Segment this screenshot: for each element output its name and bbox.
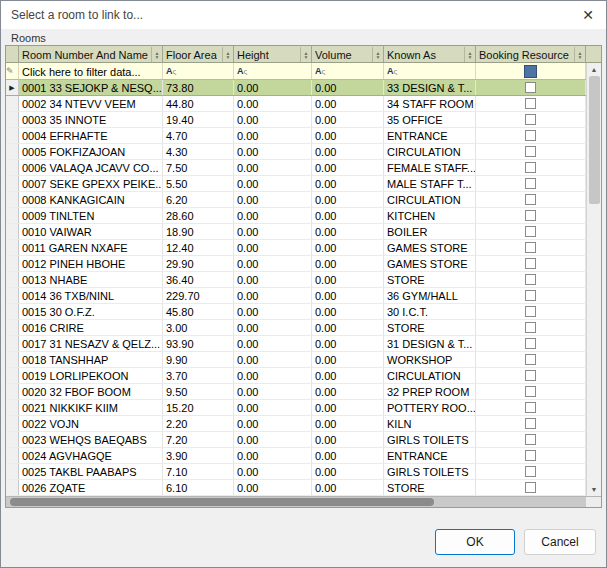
booking-resource-checkbox[interactable] bbox=[525, 274, 536, 285]
vertical-scrollbar-thumb[interactable] bbox=[589, 76, 600, 204]
booking-resource-checkbox[interactable] bbox=[525, 450, 536, 461]
filter-volume-cell[interactable]: Aς bbox=[312, 63, 384, 79]
close-icon[interactable]: ✕ bbox=[579, 6, 597, 24]
table-row[interactable]: 0026 ZQATE 6.10 0.00 0.00 STORE bbox=[6, 480, 586, 496]
column-header-known-as[interactable]: Known As ▲▼ bbox=[384, 46, 476, 62]
column-header-height[interactable]: Height ▲▼ bbox=[234, 46, 312, 62]
table-row[interactable]: 0020 32 FBOF BOOM 9.50 0.00 0.00 32 PREP… bbox=[6, 384, 586, 400]
booking-resource-checkbox[interactable] bbox=[525, 130, 536, 141]
column-header-booking-resource[interactable]: Booking Resource ▲▼ bbox=[476, 46, 586, 62]
booking-resource-checkbox[interactable] bbox=[525, 98, 536, 109]
sort-icon[interactable]: ▲▼ bbox=[300, 47, 311, 62]
table-row[interactable]: 0005 FOKFIZAJOAN 4.30 0.00 0.00 CIRCULAT… bbox=[6, 144, 586, 160]
table-row[interactable]: 0013 NHABE 36.40 0.00 0.00 STORE bbox=[6, 272, 586, 288]
booking-resource-checkbox[interactable] bbox=[525, 322, 536, 333]
booking-resource-cell bbox=[476, 272, 586, 287]
vertical-scrollbar[interactable]: ▲ ▼ bbox=[586, 63, 601, 496]
table-row[interactable]: 0019 LORLIPEKOON 3.70 0.00 0.00 CIRCULAT… bbox=[6, 368, 586, 384]
table-row[interactable]: 0018 TANSHHAP 9.90 0.00 0.00 WORKSHOP bbox=[6, 352, 586, 368]
booking-resource-checkbox[interactable] bbox=[525, 178, 536, 189]
booking-resource-checkbox[interactable] bbox=[525, 258, 536, 269]
column-header-floor-area[interactable]: Floor Area ▲▼ bbox=[163, 46, 234, 62]
floor-area-cell: 29.90 bbox=[163, 256, 234, 271]
cancel-button[interactable]: Cancel bbox=[524, 529, 596, 555]
booking-resource-checkbox[interactable] bbox=[525, 114, 536, 125]
booking-resource-checkbox[interactable] bbox=[525, 242, 536, 253]
filter-indicator-cell[interactable]: ✎ bbox=[6, 63, 19, 79]
table-row[interactable]: 0022 VOJN 2.20 0.00 0.00 KILN bbox=[6, 416, 586, 432]
scroll-down-icon[interactable]: ▼ bbox=[591, 483, 598, 496]
horizontal-scrollbar[interactable] bbox=[6, 496, 601, 507]
booking-resource-checkbox[interactable] bbox=[525, 386, 536, 397]
column-header-room-number-and-name[interactable]: Room Number And Name ▲▼ bbox=[19, 46, 163, 62]
table-row[interactable]: 0015 30 O.F.Z. 45.80 0.00 0.00 30 I.C.T. bbox=[6, 304, 586, 320]
known-as-cell: CIRCULATION bbox=[384, 192, 476, 207]
table-row[interactable]: 0011 GAREN NXAFE 12.40 0.00 0.00 GAMES S… bbox=[6, 240, 586, 256]
filter-floor-area-cell[interactable]: Aς bbox=[163, 63, 234, 79]
table-row[interactable]: 0014 36 TXB/NINL 229.70 0.00 0.00 36 GYM… bbox=[6, 288, 586, 304]
booking-resource-checkbox[interactable] bbox=[525, 402, 536, 413]
table-row[interactable]: 0006 VALAQA JCAVV CO... 7.50 0.00 0.00 F… bbox=[6, 160, 586, 176]
sort-icon[interactable]: ▲▼ bbox=[574, 47, 585, 62]
row-indicator bbox=[6, 176, 19, 191]
ok-button[interactable]: OK bbox=[435, 529, 515, 555]
table-row[interactable]: ▶ 0001 33 SEJOKP & NESQ... 73.80 0.00 0.… bbox=[6, 80, 586, 96]
row-indicator bbox=[6, 464, 19, 479]
room-number-and-name-cell: 0010 VAIWAR bbox=[19, 224, 163, 239]
filter-room-number-cell[interactable]: Click here to filter data... bbox=[19, 63, 163, 79]
volume-cell: 0.00 bbox=[312, 320, 384, 335]
booking-resource-cell bbox=[476, 160, 586, 175]
table-row[interactable]: 0003 35 INNOTE 19.40 0.00 0.00 35 OFFICE bbox=[6, 112, 586, 128]
booking-resource-checkbox[interactable] bbox=[525, 162, 536, 173]
sort-icon[interactable]: ▲▼ bbox=[464, 47, 475, 62]
booking-resource-checkbox[interactable] bbox=[525, 146, 536, 157]
booking-resource-checkbox[interactable] bbox=[525, 290, 536, 301]
row-indicator bbox=[6, 416, 19, 431]
sort-icon[interactable]: ▲▼ bbox=[151, 47, 162, 62]
filter-checkbox[interactable] bbox=[524, 65, 537, 78]
table-row[interactable]: 0002 34 NTEVV VEEM 44.80 0.00 0.00 34 ST… bbox=[6, 96, 586, 112]
filter-height-cell[interactable]: Aς bbox=[234, 63, 312, 79]
table-row[interactable]: 0009 TINLTEN 28.60 0.00 0.00 KITCHEN bbox=[6, 208, 586, 224]
table-row[interactable]: 0021 NIKKIKF KIIM 15.20 0.00 0.00 POTTER… bbox=[6, 400, 586, 416]
booking-resource-checkbox[interactable] bbox=[525, 194, 536, 205]
table-row[interactable]: 0024 AGVHAGQE 3.90 0.00 0.00 ENTRANCE bbox=[6, 448, 586, 464]
booking-resource-checkbox[interactable] bbox=[525, 482, 536, 493]
filter-known-as-cell[interactable]: Aς bbox=[384, 63, 476, 79]
sort-icon[interactable]: ▲▼ bbox=[222, 47, 233, 62]
table-row[interactable]: 0007 SEKE GPEXX PEIKE... 5.50 0.00 0.00 … bbox=[6, 176, 586, 192]
known-as-cell: KILN bbox=[384, 416, 476, 431]
table-row[interactable]: 0017 31 NESAZV & QELZ... 93.90 0.00 0.00… bbox=[6, 336, 586, 352]
booking-resource-cell bbox=[476, 336, 586, 351]
booking-resource-checkbox[interactable] bbox=[525, 226, 536, 237]
booking-resource-checkbox[interactable] bbox=[525, 354, 536, 365]
booking-resource-checkbox[interactable] bbox=[525, 370, 536, 381]
booking-resource-checkbox[interactable] bbox=[525, 306, 536, 317]
table-row[interactable]: 0023 WEHQS BAEQABS 7.20 0.00 0.00 GIRLS … bbox=[6, 432, 586, 448]
filter-row: ✎ Click here to filter data... Aς Aς Aς … bbox=[6, 63, 586, 80]
table-row[interactable]: 0012 PINEH HBOHE 29.90 0.00 0.00 GAMES S… bbox=[6, 256, 586, 272]
booking-resource-checkbox[interactable] bbox=[525, 434, 536, 445]
sort-icon[interactable]: ▲▼ bbox=[372, 47, 383, 62]
height-cell: 0.00 bbox=[234, 320, 312, 335]
scroll-up-icon[interactable]: ▲ bbox=[591, 63, 598, 76]
booking-resource-checkbox[interactable] bbox=[525, 210, 536, 221]
table-row[interactable]: 0008 KANKAGICAIN 6.20 0.00 0.00 CIRCULAT… bbox=[6, 192, 586, 208]
known-as-cell: STORE bbox=[384, 480, 476, 495]
height-cell: 0.00 bbox=[234, 128, 312, 143]
column-header-volume[interactable]: Volume ▲▼ bbox=[312, 46, 384, 62]
table-row[interactable]: 0004 EFRHAFTE 4.70 0.00 0.00 ENTRANCE bbox=[6, 128, 586, 144]
booking-resource-checkbox[interactable] bbox=[525, 338, 536, 349]
horizontal-scrollbar-thumb[interactable] bbox=[10, 498, 434, 506]
filter-booking-resource-cell[interactable] bbox=[476, 63, 586, 79]
table-row[interactable]: 0010 VAIWAR 18.90 0.00 0.00 BOILER bbox=[6, 224, 586, 240]
dialog-footer: OK Cancel bbox=[435, 529, 596, 555]
booking-resource-cell bbox=[476, 128, 586, 143]
booking-resource-checkbox[interactable] bbox=[525, 418, 536, 429]
table-row[interactable]: 0025 TAKBL PAABAPS 7.10 0.00 0.00 GIRLS … bbox=[6, 464, 586, 480]
table-row[interactable]: 0016 CRIRE 3.00 0.00 0.00 STORE bbox=[6, 320, 586, 336]
booking-resource-cell bbox=[476, 288, 586, 303]
booking-resource-checkbox[interactable] bbox=[525, 466, 536, 477]
filter-edit-icon: ✎ bbox=[6, 66, 14, 76]
booking-resource-checkbox[interactable] bbox=[525, 82, 536, 93]
